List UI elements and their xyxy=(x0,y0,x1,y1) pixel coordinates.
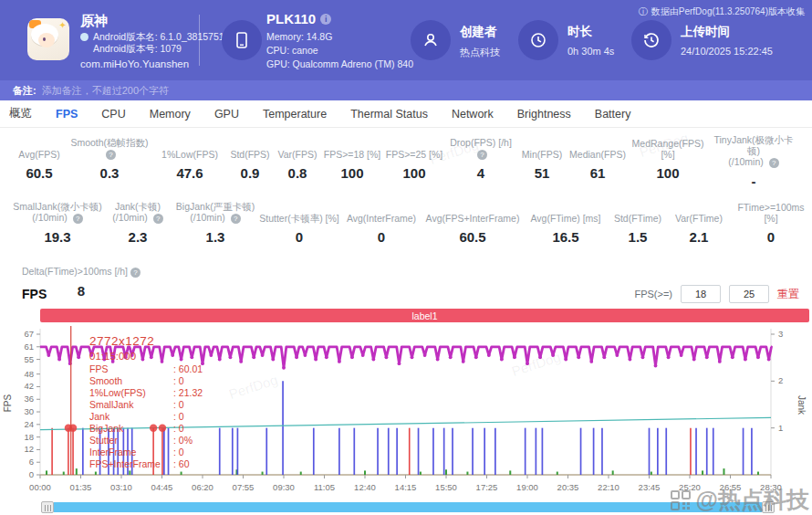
svg-text:1: 1 xyxy=(778,423,783,433)
stat-value: 100 xyxy=(383,165,445,181)
svg-text:15:50: 15:50 xyxy=(435,482,457,492)
svg-text:18: 18 xyxy=(24,432,34,442)
tab-brightness[interactable]: Brightness xyxy=(517,108,571,121)
stat-label: MedRange(FPS)[%] xyxy=(628,134,708,160)
tab-cpu[interactable]: CPU xyxy=(101,108,125,121)
header-divider xyxy=(199,15,200,66)
stat-label: FPS>=25 [%] xyxy=(383,134,445,160)
svg-text:36: 36 xyxy=(24,394,34,404)
info-icon[interactable]: ? xyxy=(231,214,241,224)
fps-summary-stats: Avg(FPS)60.5Smooth(稳帧指数)?0.31%Low(FPS)47… xyxy=(0,129,812,299)
svg-text:61: 61 xyxy=(24,342,34,352)
upload-time-label: 上传时间 xyxy=(681,24,773,40)
stat-label: Avg(FPS+InterFrame) xyxy=(422,198,524,224)
svg-text:48: 48 xyxy=(24,369,34,379)
stat-label: TinyJank(极微小卡顿)(/10min) ? xyxy=(708,134,799,168)
tab-network[interactable]: Network xyxy=(452,108,494,121)
fps-line-chart[interactable]: 676155484236302418126032100:0001:3503:10… xyxy=(0,324,812,507)
info-icon[interactable]: ? xyxy=(477,150,487,160)
stat-label: Stutter(卡顿率) [%] xyxy=(257,198,341,224)
site-watermark: @热点科技 xyxy=(670,485,809,515)
info-icon: ⓘ xyxy=(639,5,648,18)
stat-label: Smooth(稳帧指数)? xyxy=(66,134,153,160)
info-icon[interactable]: ? xyxy=(153,214,163,224)
fps-threshold-input-2[interactable] xyxy=(729,285,769,303)
stat-value: 51 xyxy=(516,165,567,181)
svg-text:30: 30 xyxy=(24,406,34,416)
svg-text:07:55: 07:55 xyxy=(233,482,255,492)
svg-text:06:20: 06:20 xyxy=(192,482,213,492)
svg-text:3: 3 xyxy=(778,329,783,339)
fps-chart-header: FPS FPS(>=) 重置 xyxy=(0,285,812,307)
stat-label: Drop(FPS) [/h]? xyxy=(445,134,516,160)
stat-cell: Avg(FPS+InterFrame)60.5 xyxy=(422,198,524,245)
svg-text:09:30: 09:30 xyxy=(273,482,295,492)
tab-temperature[interactable]: Temperature xyxy=(263,108,327,121)
stat-label: Median(FPS) xyxy=(567,134,628,160)
tab-概览[interactable]: 概览 xyxy=(9,106,32,121)
stat-cell: SmallJank(微小卡顿)(/10min) ?19.3 xyxy=(13,198,102,245)
info-icon[interactable]: i xyxy=(320,14,331,25)
stat-label: Avg(FPS) xyxy=(13,134,66,160)
stat-cell: FTime>=100ms [%]0 xyxy=(730,198,812,245)
tab-gpu[interactable]: GPU xyxy=(214,108,239,121)
info-icon[interactable]: ? xyxy=(130,268,141,278)
report-header: ✦ 原神 Android版本名: 6.1.0_38157513_38... An… xyxy=(0,0,812,80)
chart-label-bar[interactable]: label1 xyxy=(40,309,809,322)
svg-text:04:45: 04:45 xyxy=(151,482,173,492)
tab-fps[interactable]: FPS xyxy=(56,108,78,121)
stat-value: 19.3 xyxy=(13,229,102,245)
info-icon[interactable]: ? xyxy=(73,214,83,224)
reset-button[interactable]: 重置 xyxy=(777,287,799,302)
info-icon[interactable]: ? xyxy=(769,158,779,168)
svg-text:2: 2 xyxy=(778,375,783,385)
note-placeholder: 添加备注，不超过200个字符 xyxy=(42,84,169,98)
scrollbar-track[interactable] xyxy=(54,502,762,512)
stat-value: 1.3 xyxy=(173,229,257,245)
stat-label: Std(FTime) xyxy=(608,198,668,224)
svg-text:17:25: 17:25 xyxy=(476,482,498,492)
y-axis-label-left: FPS xyxy=(3,385,13,422)
stat-value: 1.5 xyxy=(608,229,668,245)
duration-value: 0h 30m 4s xyxy=(567,46,614,57)
svg-text:42: 42 xyxy=(24,381,34,391)
note-bar[interactable]: 备注: 添加备注，不超过200个字符 xyxy=(0,80,812,100)
stat-cell: 1%Low(FPS)47.6 xyxy=(153,134,226,189)
svg-text:12:40: 12:40 xyxy=(354,482,376,492)
perfdog-version-note: ⓘ 数据由PerfDog(11.3.250764)版本收集 xyxy=(639,5,805,18)
stat-label: 1%Low(FPS) xyxy=(153,134,226,160)
svg-text:0: 0 xyxy=(29,469,34,479)
stat-label: Avg(FTime) [ms] xyxy=(524,198,608,224)
stat-value: 100 xyxy=(321,165,383,181)
clock-icon xyxy=(518,20,558,60)
svg-text:67: 67 xyxy=(24,329,34,339)
duration-label: 时长 xyxy=(567,24,614,40)
stat-label: Var(FTime) xyxy=(668,198,730,224)
device-name: PLK110 i xyxy=(266,11,331,26)
tab-memory[interactable]: Memory xyxy=(150,108,191,121)
stat-cell: Std(FTime)1.5 xyxy=(608,198,668,245)
info-icon[interactable]: ? xyxy=(106,150,116,160)
stat-cell: Drop(FPS) [/h]?4 xyxy=(445,134,516,189)
stat-label: FPS>=18 [%] xyxy=(321,134,383,160)
stat-cell: FPS>=25 [%]100 xyxy=(383,134,445,189)
game-title: 原神 xyxy=(80,13,108,30)
qr-icon xyxy=(670,489,692,511)
stat-cell: Std(FPS)0.9 xyxy=(226,134,274,189)
creator-value: 热点科技 xyxy=(460,46,500,59)
stat-label: Delta(FTime)>100ms [/h]? xyxy=(13,252,150,278)
stat-value: 47.6 xyxy=(153,165,226,181)
stat-label: Avg(InterFrame) xyxy=(341,198,422,224)
scrollbar-left-handle[interactable] xyxy=(41,501,54,513)
stat-value: 2.3 xyxy=(102,229,173,245)
stat-value: 60.5 xyxy=(13,165,66,181)
note-label: 备注: xyxy=(13,84,36,98)
stat-cell: Median(FPS)61 xyxy=(567,134,628,189)
stat-label: Min(FPS) xyxy=(516,134,567,160)
tab-thermal-status[interactable]: Thermal Status xyxy=(350,108,428,121)
fps-threshold-input-1[interactable] xyxy=(681,285,721,303)
tab-battery[interactable]: Battery xyxy=(595,108,631,121)
stat-cell: Min(FPS)51 xyxy=(516,134,567,189)
stat-cell: TinyJank(极微小卡顿)(/10min) ?- xyxy=(708,134,799,189)
stat-label: BigJank(严重卡顿)(/10min) ? xyxy=(173,198,257,224)
